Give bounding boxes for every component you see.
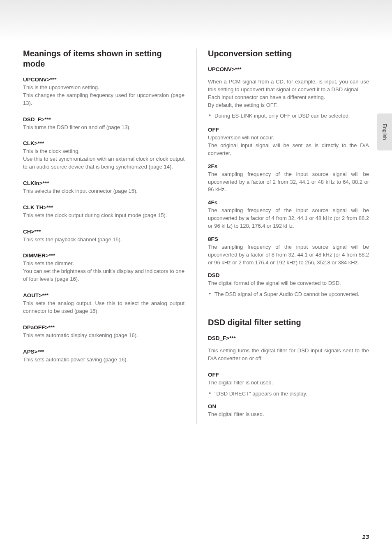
item-title: DIMMER>*** [23,252,184,259]
intro-text: By default, the setting is OFF. [208,102,369,109]
option-2fs: 2Fs The sampling frequency of the input … [208,163,369,194]
upconv-intro: When a PCM signal from a CD, for example… [208,78,369,120]
item-text: This sets the playback channel (page 15)… [23,236,184,244]
option-text: The digital filter is not used. [208,379,369,387]
item-title: APS>*** [23,349,184,355]
item-dsd-f: DSD_F>*** This turns the DSD filter on a… [23,116,184,132]
item-text: Use this to set synchronization with an … [23,155,184,171]
dsd-option-off: OFF The digital filter is not used. "DSD… [208,372,369,398]
option-text: The sampling frequency of the input sour… [208,207,369,230]
item-text: This is the upconversion setting. [23,84,184,92]
item-text: This turns the DSD filter on and off (pa… [23,124,184,132]
item-ch: CH>*** This sets the playback channel (p… [23,229,184,244]
item-text: This selects the clock input connector (… [23,187,184,195]
dsd-subhead: DSD_F>*** [208,335,369,341]
item-text: This sets automatic display darkening (p… [23,332,184,340]
option-title: OFF [208,372,369,378]
option-8fs: 8FS The sampling frequency of the input … [208,236,369,267]
intro-text: Each input connector can have a differen… [208,94,369,102]
option-text: The sampling frequency of the input sour… [208,243,369,267]
option-text: The sampling frequency of the input sour… [208,171,369,194]
item-title: CLK>*** [23,140,184,146]
item-text: You can set the brightness of this unit'… [23,268,184,283]
option-dsd: DSD The digital format of the signal wil… [208,272,369,298]
item-text: This sets automatic power saving (page 1… [23,356,184,364]
upconv-subhead-block: UPCONV>*** [208,66,369,72]
item-upconv: UPCONV>*** This is the upconversion sett… [23,76,184,107]
dsd-intro: This setting turns the digital filter fo… [208,347,369,363]
option-text: Upconversion will not occur. [208,134,369,142]
left-heading: Meanings of items shown in setting mode [23,49,184,69]
option-title: ON [208,403,369,409]
option-bullet-list: The DSD signal of a Super Audio CD canno… [208,291,369,298]
item-text: This changes the sampling frequency used… [23,92,184,107]
item-title: CLKin>*** [23,180,184,186]
item-title: DPaOFF>*** [23,324,184,331]
item-text: This sets the analog output. Use this to… [23,300,184,315]
option-title: 8FS [208,236,369,242]
dsd-subhead-block: DSD_F>*** [208,335,369,341]
option-4fs: 4Fs The sampling frequency of the input … [208,199,369,230]
option-off: OFF Upconversion will not occur. The ori… [208,127,369,157]
item-text: This is the clock setting. [23,148,184,155]
item-title: DSD_F>*** [23,116,184,123]
option-bullet: The DSD signal of a Super Audio CD canno… [208,291,369,298]
item-dpaoff: DPaOFF>*** This sets automatic display d… [23,324,184,340]
item-aout: AOUT>*** This sets the analog output. Us… [23,292,184,315]
intro-text: When a PCM signal from a CD, for example… [208,78,369,94]
item-title: UPCONV>*** [23,76,184,83]
item-dimmer: DIMMER>*** This sets the dimmer. You can… [23,252,184,283]
dsd-heading: DSD digital filter setting [208,317,369,328]
option-text: The digital format of the signal will be… [208,280,369,287]
page-content: Meanings of items shown in setting mode … [0,0,392,424]
item-text: This sets the dimmer. [23,260,184,268]
dsd-intro-text: This setting turns the digital filter fo… [208,347,369,363]
upconv-subhead: UPCONV>*** [208,66,369,72]
item-clkth: CLK TH>*** This sets the clock output du… [23,204,184,220]
option-bullet-list: "DSD DIRECT" appears on the display. [208,390,369,398]
option-title: DSD [208,272,369,278]
option-bullet: "DSD DIRECT" appears on the display. [208,390,369,398]
option-title: OFF [208,127,369,133]
item-aps: APS>*** This sets automatic power saving… [23,349,184,364]
item-title: AOUT>*** [23,292,184,298]
intro-bullet: During ES-LINK input, only OFF or DSD ca… [208,112,369,120]
right-column: Upconversion setting UPCONV>*** When a P… [196,49,369,424]
option-title: 2Fs [208,163,369,169]
page-number: 13 [362,533,369,540]
left-column: Meanings of items shown in setting mode … [23,49,196,424]
option-text: The original input signal will be sent a… [208,142,369,157]
item-title: CH>*** [23,229,184,235]
dsd-option-on: ON The digital filter is used. [208,403,369,419]
item-text: This sets the clock output during clock … [23,212,184,220]
upconv-heading: Upconversion setting [208,49,369,59]
intro-bullet-list: During ES-LINK input, only OFF or DSD ca… [208,112,369,120]
item-clkin: CLKin>*** This selects the clock input c… [23,180,184,195]
item-clk: CLK>*** This is the clock setting. Use t… [23,140,184,171]
option-text: The digital filter is used. [208,411,369,419]
item-title: CLK TH>*** [23,204,184,210]
option-title: 4Fs [208,199,369,206]
